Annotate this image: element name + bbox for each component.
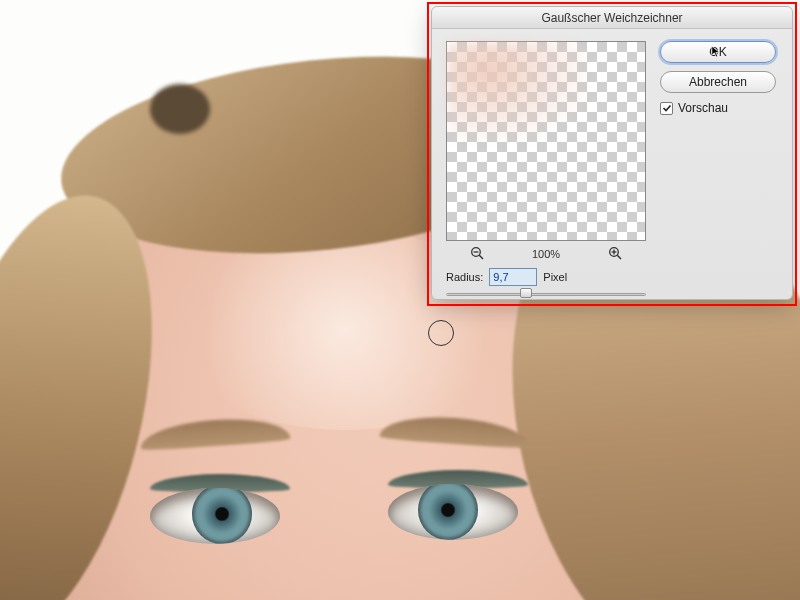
zoom-in-icon[interactable] xyxy=(608,246,622,263)
slider-thumb[interactable] xyxy=(520,288,532,298)
eye-right xyxy=(388,484,518,540)
ok-label: OK xyxy=(709,45,726,59)
zoom-level: 100% xyxy=(532,248,560,260)
eye-left xyxy=(150,488,280,544)
radius-input[interactable] xyxy=(489,268,537,286)
preview-checkbox-row[interactable]: Vorschau xyxy=(660,101,782,115)
preview-content xyxy=(447,42,586,141)
ok-button[interactable]: OK xyxy=(660,41,776,63)
check-icon xyxy=(662,103,672,113)
slider-rail xyxy=(446,293,646,296)
gaussian-blur-dialog: Gaußscher Weichzeichner 100% Radius: Pix… xyxy=(431,6,793,300)
preview-checkbox[interactable] xyxy=(660,102,673,115)
filter-preview[interactable] xyxy=(446,41,646,241)
cancel-button[interactable]: Abbrechen xyxy=(660,71,776,93)
svg-line-1 xyxy=(479,255,483,259)
radius-label: Radius: xyxy=(446,271,483,283)
cancel-label: Abbrechen xyxy=(689,75,747,89)
preview-checkbox-label: Vorschau xyxy=(678,101,728,115)
brush-cursor-icon xyxy=(428,320,454,346)
zoom-out-icon[interactable] xyxy=(470,246,484,263)
radius-unit: Pixel xyxy=(543,271,567,283)
dialog-title: Gaußscher Weichzeichner xyxy=(432,7,792,29)
radius-slider[interactable] xyxy=(446,291,646,299)
svg-line-4 xyxy=(617,255,621,259)
